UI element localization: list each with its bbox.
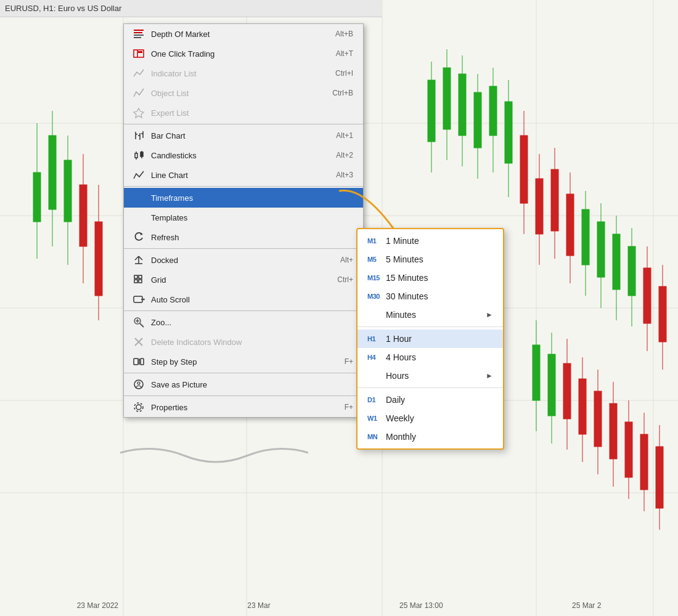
svg-rect-58 [563, 363, 571, 419]
menu-divider-4 [124, 310, 363, 311]
grid-shortcut: Ctrl+ [337, 275, 353, 284]
context-menu: Depth Of Market Alt+B One Click Trading … [123, 23, 364, 418]
docked-icon [130, 254, 147, 266]
save-picture-label: Save as Picture [151, 380, 353, 389]
menu-item-line-chart[interactable]: Line Chart Alt+3 [124, 165, 363, 185]
tf-minutes[interactable]: Minutes ► [357, 306, 503, 324]
svg-rect-60 [579, 379, 586, 434]
one-click-trading-label: One Click Trading [151, 49, 336, 59]
timeframes-label: Timeframes [151, 193, 353, 203]
tf-code-daily: D1 [367, 396, 386, 403]
svg-rect-22 [428, 80, 435, 142]
window-title: EURUSD, H1: Euro vs US Dollar [5, 4, 121, 13]
svg-marker-90 [141, 233, 143, 235]
tf-name-minutes: Minutes [386, 310, 486, 320]
svg-rect-42 [582, 209, 589, 265]
expert-icon [130, 107, 147, 119]
templates-label: Templates [151, 213, 353, 222]
svg-rect-110 [141, 359, 144, 365]
svg-rect-87 [141, 152, 143, 156]
submenu-divider-1 [357, 326, 503, 327]
menu-item-step-by-step[interactable]: Step by Step F+ [124, 352, 363, 371]
menu-item-zoom[interactable]: Zoo... [124, 312, 363, 332]
indicator-icon [130, 67, 147, 79]
menu-item-indicator-list[interactable]: Indicator List Ctrl+I [124, 63, 363, 83]
candle-icon [130, 149, 147, 161]
svg-rect-66 [625, 422, 632, 477]
menu-item-save-as-picture[interactable]: Save as Picture [124, 375, 363, 394]
tf-daily[interactable]: D1 Daily [357, 391, 503, 409]
menu-item-delete-indicators[interactable]: Delete Indicators Window [124, 332, 363, 352]
menu-item-one-click-trading[interactable]: One Click Trading Alt+T [124, 44, 363, 63]
svg-rect-68 [640, 434, 648, 490]
tf-code-weekly: W1 [367, 415, 386, 422]
svg-rect-74 [134, 37, 141, 38]
tf-name-5min: 5 Minutes [386, 254, 493, 264]
tf-hours[interactable]: Hours ► [357, 367, 503, 385]
step-shortcut: F+ [345, 357, 353, 366]
line-chart-shortcut: Alt+3 [336, 171, 353, 179]
date-labels: 23 Mar 2022 23 Mar 25 Mar 13:00 25 Mar 2 [0, 601, 678, 610]
svg-rect-75 [134, 50, 144, 57]
title-bar: EURUSD, H1: Euro vs US Dollar [0, 0, 382, 17]
svg-rect-84 [135, 153, 137, 158]
svg-rect-30 [489, 86, 497, 136]
svg-rect-28 [474, 92, 481, 148]
indicator-list-shortcut: Ctrl+I [335, 69, 353, 78]
menu-item-grid[interactable]: Grid Ctrl+ [124, 270, 363, 290]
date-label-2: 23 Mar [247, 601, 270, 610]
svg-rect-48 [628, 246, 635, 296]
menu-item-bar-chart[interactable]: Bar Chart Alt+1 [124, 126, 363, 145]
line-chart-label: Line Chart [151, 171, 336, 180]
grid-icon [130, 274, 147, 286]
object-list-shortcut: Ctrl+B [332, 89, 353, 97]
tf-code-1min: M1 [367, 237, 386, 245]
svg-rect-20 [95, 222, 102, 296]
menu-item-timeframes[interactable]: Timeframes [124, 188, 363, 208]
submenu-divider-2 [357, 387, 503, 388]
tf-code-15min: M15 [367, 274, 386, 282]
object-icon [130, 87, 147, 99]
menu-item-refresh[interactable]: Refresh [124, 227, 363, 247]
menu-item-expert-list[interactable]: Expert List [124, 103, 363, 123]
svg-rect-98 [139, 280, 142, 283]
svg-line-103 [140, 323, 144, 327]
menu-item-candlesticks[interactable]: Candlesticks Alt+2 [124, 145, 363, 165]
tf-1hour[interactable]: H1 1 Hour [357, 330, 503, 348]
one-click-trading-shortcut: Alt+T [336, 49, 353, 58]
tf-5min[interactable]: M5 5 Minutes [357, 250, 503, 269]
scroll-icon [130, 293, 147, 306]
tf-name-1hour: 1 Hour [386, 334, 493, 344]
svg-rect-36 [536, 179, 543, 234]
tf-weekly[interactable]: W1 Weekly [357, 409, 503, 428]
menu-item-templates[interactable]: Templates [124, 208, 363, 227]
svg-line-92 [139, 256, 142, 260]
svg-rect-14 [49, 136, 56, 209]
date-label-1: 23 Mar 2022 [77, 601, 118, 610]
menu-divider-5 [124, 373, 363, 373]
tf-name-hours: Hours [386, 371, 486, 381]
tf-15min[interactable]: M15 15 Minutes [357, 269, 503, 287]
tf-1min[interactable]: M1 1 Minute [357, 232, 503, 250]
svg-rect-16 [64, 160, 71, 222]
svg-rect-97 [134, 280, 137, 283]
tf-name-30min: 30 Minutes [386, 291, 493, 301]
tf-4hours[interactable]: H4 4 Hours [357, 348, 503, 367]
tf-30min[interactable]: M30 30 Minutes [357, 287, 503, 306]
line-icon [130, 169, 147, 181]
bar-icon [130, 129, 147, 142]
zoom-label: Zoo... [151, 318, 353, 327]
timeframes-submenu: M1 1 Minute M5 5 Minutes M15 15 Minutes … [356, 228, 504, 450]
svg-rect-46 [613, 234, 620, 290]
tf-code-4hours: H4 [367, 354, 386, 361]
tf-monthly[interactable]: MN Monthly [357, 428, 503, 446]
menu-item-properties[interactable]: Properties F+ [124, 397, 363, 417]
menu-item-depth-of-market[interactable]: Depth Of Market Alt+B [124, 24, 363, 44]
menu-item-object-list[interactable]: Object List Ctrl+B [124, 83, 363, 103]
svg-rect-54 [533, 345, 540, 400]
date-label-3: 25 Mar 13:00 [399, 601, 443, 610]
menu-item-docked[interactable]: Docked Alt+ [124, 250, 363, 270]
svg-line-91 [135, 256, 139, 260]
bar-chart-shortcut: Alt+1 [336, 131, 353, 140]
menu-item-auto-scroll[interactable]: Auto Scroll [124, 290, 363, 309]
